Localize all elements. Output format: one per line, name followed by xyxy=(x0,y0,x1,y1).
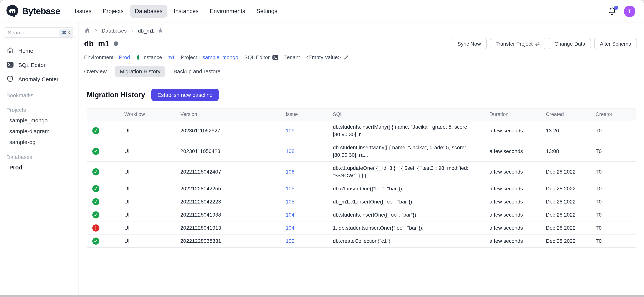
sql-cell: db.c1.insertOne({"foo": "bar"}); xyxy=(333,182,490,195)
status-icon: ✓ xyxy=(92,148,100,155)
instance-link[interactable]: m1 xyxy=(168,54,175,60)
sidebar-item-anomaly-center[interactable]: Anomaly Center xyxy=(3,72,75,86)
duration-cell: a few seconds xyxy=(490,208,546,221)
action-button[interactable]: Alter Schema xyxy=(594,38,637,49)
duration-cell: a few seconds xyxy=(490,234,546,247)
version-cell: 20221228041938 xyxy=(180,208,286,221)
sidebar-project-item[interactable]: sample-pg xyxy=(3,137,75,147)
table-row[interactable]: ✓ UI 20221228042255 105 db.c1.insertOne(… xyxy=(87,182,636,195)
establish-baseline-button[interactable]: Establish new baseline xyxy=(152,89,218,101)
workflow-cell: UI xyxy=(124,195,180,208)
duration-cell: a few seconds xyxy=(490,161,546,182)
avatar[interactable]: T xyxy=(624,6,636,17)
app-window: Bytebase Issues Projects Databases Insta… xyxy=(0,0,644,297)
topbar-right: T xyxy=(607,6,636,17)
table-body: ✓ UI 20230111052527 109 db.students.inse… xyxy=(87,120,636,247)
topnav-item[interactable]: Instances xyxy=(169,5,204,18)
edit-pencil-icon[interactable] xyxy=(343,54,349,60)
created-cell: Dec 28 2022 xyxy=(546,208,596,221)
issue-link[interactable]: 106 xyxy=(286,169,294,175)
version-cell: 20230111052527 xyxy=(180,120,286,141)
tab[interactable]: Migration History xyxy=(115,66,166,77)
sidebar-project-item[interactable]: sample-diagram xyxy=(3,126,75,137)
table-row[interactable]: ! UI 20221228041913 104 1. db.students.i… xyxy=(87,221,636,234)
transfer-icon: ⇄ xyxy=(535,40,540,47)
workflow-cell: UI xyxy=(124,161,180,182)
top-bar: Bytebase Issues Projects Databases Insta… xyxy=(0,0,644,23)
table-row[interactable]: ✓ UI 20221228042223 105 db_m1.c1.insertO… xyxy=(87,195,636,208)
status-icon: ✓ xyxy=(92,237,100,244)
brand[interactable]: Bytebase xyxy=(6,5,60,18)
status-cell: ✓ xyxy=(87,195,124,208)
notification-bell-button[interactable] xyxy=(607,6,617,16)
sql-cell: db.student.insertMany([ { name: "Jacika"… xyxy=(333,141,490,161)
home-icon xyxy=(6,47,14,54)
creator-cell: T0 xyxy=(596,234,636,247)
issue-link[interactable]: 104 xyxy=(286,225,294,231)
sidebar-project-item[interactable]: sample_mongo xyxy=(3,115,75,126)
tenant-label: Tenant - xyxy=(284,54,303,60)
topnav-item[interactable]: Environments xyxy=(205,5,250,18)
section-title: Migration History xyxy=(87,91,145,99)
action-button[interactable]: Transfer Project ⇄ xyxy=(490,38,546,49)
duration-cell: a few seconds xyxy=(490,182,546,195)
bytebase-logo-icon xyxy=(6,5,19,18)
sidebar-item-sql-editor[interactable]: SQL Editor xyxy=(3,58,75,72)
main-area: Databases db_m1 db_m1 xyxy=(78,23,644,295)
table-row[interactable]: ✓ UI 20221228042407 106 db.c1.updateOne(… xyxy=(87,161,636,182)
tab[interactable]: Overview xyxy=(79,66,112,77)
status-cell: ✓ xyxy=(87,234,124,247)
workflow-cell: UI xyxy=(124,221,180,234)
table-row[interactable]: ✓ UI 20230111052527 109 db.students.inse… xyxy=(87,120,636,141)
issue-link[interactable]: 108 xyxy=(286,148,294,154)
sql-editor-label: SQL Editor xyxy=(244,54,270,60)
tab-content: Migration History Establish new baseline xyxy=(78,79,644,295)
sql-editor-link-icon[interactable] xyxy=(272,54,278,60)
screen: Bytebase Issues Projects Databases Insta… xyxy=(0,0,644,297)
issue-link[interactable]: 105 xyxy=(286,186,294,191)
topnav-item[interactable]: Settings xyxy=(252,5,282,18)
notification-dot xyxy=(614,6,618,10)
created-cell: Dec 28 2022 xyxy=(546,195,596,208)
action-button[interactable]: Sync Now xyxy=(452,38,487,49)
issue-link[interactable]: 104 xyxy=(286,212,294,218)
environment-link[interactable]: Prod xyxy=(119,54,130,60)
favorite-star-icon[interactable] xyxy=(157,27,164,34)
environment-meta: Environment - Prod xyxy=(84,54,130,60)
created-cell: Dec 28 2022 xyxy=(546,221,596,234)
topnav-item[interactable]: Issues xyxy=(70,5,96,18)
issue-link[interactable]: 102 xyxy=(286,238,294,244)
status-icon: ✓ xyxy=(92,211,100,218)
topnav-item[interactable]: Databases xyxy=(130,5,168,18)
title-row: db_m1 Sync Now xyxy=(84,38,637,49)
created-cell: 13:08 xyxy=(546,141,596,161)
creator-cell: T0 xyxy=(596,195,636,208)
issue-link[interactable]: 109 xyxy=(286,128,294,134)
tenant-value: <Empty Value> xyxy=(305,54,341,60)
status-icon: ✓ xyxy=(92,168,100,175)
table-row[interactable]: ✓ UI 20221228035331 102 db.createCollect… xyxy=(87,234,636,247)
sidebar-item-home[interactable]: Home xyxy=(3,44,75,57)
sidebar-database-item[interactable]: Prod xyxy=(3,162,75,173)
issue-link[interactable]: 105 xyxy=(286,199,294,205)
topnav-item[interactable]: Projects xyxy=(98,5,128,18)
breadcrumb-databases[interactable]: Databases xyxy=(102,28,127,34)
database-name: db_m1 xyxy=(84,39,109,48)
database-tabs: Overview Migration History Backup and re… xyxy=(79,66,637,79)
duration-cell: a few seconds xyxy=(490,221,546,234)
workflow-cell: UI xyxy=(124,141,180,161)
created-cell: 13:26 xyxy=(546,120,596,141)
search-box[interactable]: ⌘ K xyxy=(3,27,75,38)
search-input[interactable] xyxy=(7,29,57,36)
table-row[interactable]: ✓ UI 20221228041938 104 db.students.inse… xyxy=(87,208,636,221)
sidebar-section-projects: Projects xyxy=(3,105,75,115)
action-button[interactable]: Change Data xyxy=(549,38,591,49)
version-cell: 20221228041913 xyxy=(180,221,286,234)
project-link[interactable]: sample_mongo xyxy=(202,54,238,60)
version-cell: 20221228035331 xyxy=(180,234,286,247)
sql-cell: db.createCollection("c1"); xyxy=(333,234,490,247)
table-row[interactable]: ✓ UI 20230111050423 108 db.student.inser… xyxy=(87,141,636,161)
tab[interactable]: Backup and restore xyxy=(168,66,226,77)
home-breadcrumb-icon[interactable] xyxy=(84,27,90,34)
status-icon: ✓ xyxy=(92,185,100,192)
